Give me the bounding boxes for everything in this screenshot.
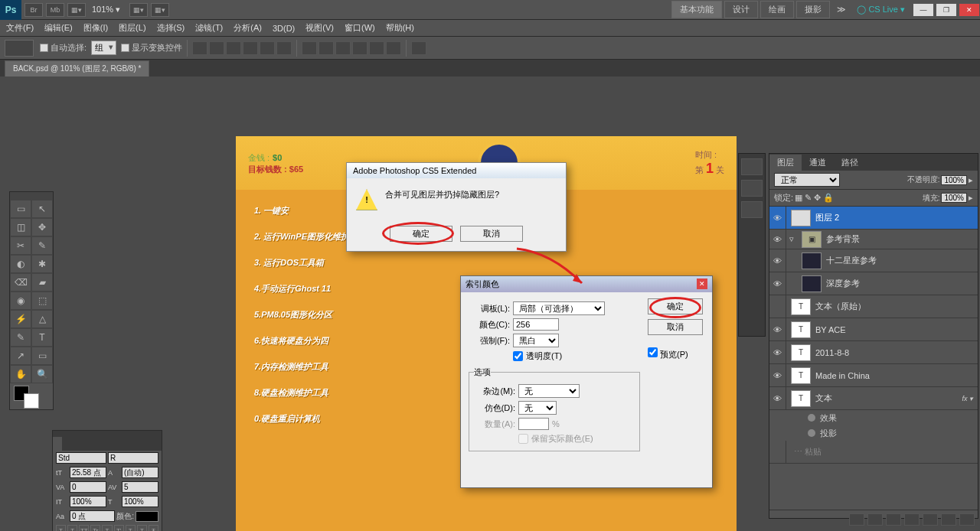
marquee-tool[interactable]: ▭ (10, 200, 31, 218)
font-style[interactable] (56, 452, 106, 464)
distribute-icon[interactable] (318, 41, 334, 55)
trash-icon[interactable] (959, 513, 975, 526)
visibility-icon[interactable] (808, 429, 815, 437)
text-layer-icon[interactable]: T (791, 298, 811, 315)
mask-icon[interactable] (886, 513, 901, 526)
style-btn[interactable]: T (137, 525, 147, 531)
align-icon[interactable] (226, 41, 241, 55)
layer-row[interactable]: 👁T文本fx ▾ (769, 387, 978, 410)
stamp-tool[interactable]: ⌫ (10, 273, 31, 292)
index-ok-button[interactable]: 确定 (648, 298, 703, 314)
panel-grip[interactable] (53, 431, 162, 437)
char-tab[interactable] (53, 437, 62, 451)
layer-row[interactable]: ⋯ 粘贴 (769, 441, 978, 464)
auto-select-checkbox[interactable] (40, 44, 48, 52)
dock-icon[interactable] (741, 158, 763, 175)
text-layer-icon[interactable]: T (791, 390, 811, 407)
visibility-icon[interactable]: 👁 (769, 387, 786, 409)
menu-filter[interactable]: 滤镜(T) (195, 22, 223, 34)
adjust-icon[interactable] (904, 513, 920, 526)
menu-view[interactable]: 视图(V) (305, 22, 334, 34)
link-layers-icon[interactable] (849, 513, 864, 526)
fx-effects-row[interactable]: 效果 (769, 410, 978, 425)
layer-row[interactable]: T文本（原始） (769, 295, 978, 318)
tab-layers[interactable]: 图层 (769, 155, 802, 171)
style-btn[interactable]: T (56, 525, 66, 531)
document-tab[interactable]: BACK.psd @ 101% (图层 2, RGB/8) * (5, 60, 149, 77)
hscale[interactable] (122, 496, 158, 507)
layer-row[interactable]: 👁十二星座参考 (769, 249, 978, 272)
close-icon[interactable]: ✕ (697, 279, 707, 289)
alert-cancel-button[interactable]: 取消 (460, 226, 523, 242)
gradient-tool[interactable]: ⬚ (31, 292, 53, 310)
visibility-icon[interactable] (769, 295, 786, 318)
distribute-icon[interactable] (352, 41, 368, 55)
layer-row[interactable]: 👁T2011-8-8 (769, 341, 978, 364)
index-titlebar[interactable]: 索引颜色 ✕ (461, 276, 712, 292)
tab-paths[interactable]: 路径 (834, 155, 866, 171)
leading[interactable] (122, 467, 158, 478)
menu-layer[interactable]: 图层(L) (119, 22, 145, 34)
layer-thumb[interactable] (791, 210, 811, 226)
color-swatch[interactable] (10, 383, 53, 409)
window-maximize[interactable]: ❐ (936, 3, 957, 17)
zoom-tool[interactable]: 🔍 (31, 365, 53, 383)
workspace-essentials[interactable]: 基本功能 (671, 1, 722, 18)
crop-tool[interactable]: ✂ (10, 236, 31, 255)
opacity-value[interactable]: 100% (941, 175, 967, 185)
palette-select[interactable]: 局部（可选择） (513, 301, 605, 315)
lasso-tool[interactable]: ◫ (10, 218, 31, 236)
distribute-icon[interactable] (302, 41, 317, 55)
fx-badge[interactable]: fx ▾ (962, 395, 973, 402)
extras-button[interactable]: ▦▾ (151, 3, 169, 17)
visibility-icon[interactable] (808, 414, 815, 422)
panel-grip[interactable] (10, 192, 53, 200)
zoom-level[interactable]: 101% ▾ (92, 5, 120, 15)
move-tool[interactable]: ↖ (31, 200, 53, 218)
blend-mode-select[interactable]: 正常 (774, 173, 840, 187)
text-layer-icon[interactable]: T (791, 344, 811, 361)
layer-row[interactable]: 👁TMade in China (769, 364, 978, 387)
transparency-checkbox[interactable] (513, 351, 523, 361)
layer-group-row[interactable]: 👁▿▣参考背景 (769, 230, 978, 249)
menu-edit[interactable]: 编辑(E) (44, 22, 73, 34)
forced-select[interactable]: 黑白 (513, 334, 559, 347)
brush-tool[interactable]: ✱ (31, 255, 53, 273)
bridge-button[interactable]: Br (24, 3, 43, 17)
preview-checkbox[interactable] (648, 347, 658, 357)
visibility-icon[interactable] (769, 441, 786, 463)
shape-tool[interactable]: ▭ (31, 347, 53, 365)
window-minimize[interactable]: — (913, 3, 934, 17)
visibility-icon[interactable]: 👁 (769, 230, 786, 249)
style-btn[interactable]: Tr (90, 525, 100, 531)
font-weight[interactable] (108, 452, 158, 464)
fill-value[interactable]: 100% (941, 193, 967, 203)
visibility-icon[interactable]: 👁 (769, 318, 786, 340)
align-icon[interactable] (192, 41, 207, 55)
alert-titlebar[interactable]: Adobe Photoshop CS5 Extended (347, 163, 566, 178)
align-icon[interactable] (209, 41, 224, 55)
window-close[interactable]: ✕ (959, 3, 980, 17)
text-color-swatch[interactable] (136, 511, 158, 522)
align-icon[interactable] (260, 41, 275, 55)
quickselect-tool[interactable]: ✥ (31, 218, 53, 236)
matte-select[interactable]: 无 (518, 384, 580, 398)
distribute-icon[interactable] (386, 41, 401, 55)
misc-icon[interactable] (411, 41, 426, 55)
dock-icon[interactable] (741, 201, 763, 218)
text-layer-icon[interactable]: T (791, 321, 811, 338)
menu-3d[interactable]: 3D(D) (273, 24, 295, 33)
cslive-button[interactable]: ◯ CS Live ▾ (857, 5, 905, 15)
distribute-icon[interactable] (335, 41, 351, 55)
style-btn[interactable]: T (102, 525, 112, 531)
workspace-photography[interactable]: 摄影 (796, 1, 830, 18)
style-btn[interactable]: T (67, 525, 77, 531)
style-btn[interactable]: T (126, 525, 136, 531)
minibridge-button[interactable]: Mb (46, 3, 64, 17)
workspace-painting[interactable]: 绘画 (760, 1, 794, 18)
colors-input[interactable] (513, 318, 559, 331)
visibility-icon[interactable]: 👁 (769, 272, 786, 295)
tab-channels[interactable]: 通道 (802, 155, 834, 171)
workspace-design[interactable]: 设计 (724, 1, 758, 18)
dodge-tool[interactable]: △ (31, 310, 53, 328)
